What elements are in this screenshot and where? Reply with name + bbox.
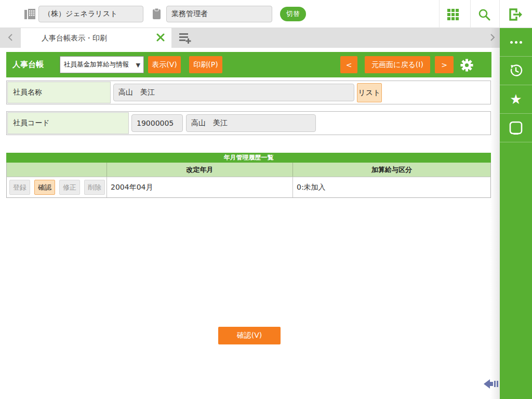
divider xyxy=(499,0,500,28)
revision-month-value: 2004年04月 xyxy=(107,183,153,192)
column-pay-category: 加算給与区分 xyxy=(293,163,490,177)
tab-close-icon[interactable] xyxy=(156,33,165,43)
employee-code-row: 社員コード xyxy=(6,111,491,135)
divider xyxy=(439,0,440,28)
print-button[interactable]: 印刷(P) xyxy=(189,56,222,73)
ellipsis-dots xyxy=(510,41,522,44)
modify-button[interactable]: 修正 xyxy=(59,180,80,195)
pay-category-cell: 0:未加入 xyxy=(293,177,490,197)
company-icon xyxy=(24,9,35,21)
employee-code-label: 社員コード xyxy=(7,112,129,134)
content-edge-shadow xyxy=(490,28,500,399)
prev-record-button[interactable]: < xyxy=(340,56,357,73)
revision-month-cell: 2004年04月 xyxy=(107,177,293,197)
page-title: 人事台帳 xyxy=(12,52,44,77)
column-revision-month: 改定年月 xyxy=(107,163,293,177)
pay-category-value: 0:未加入 xyxy=(293,183,326,192)
table-row: 登録 確認 修正 削除 2004年04月 0:未加入 xyxy=(6,177,491,198)
employee-name-label: 社員名称 xyxy=(7,82,111,103)
employee-code-input[interactable] xyxy=(131,114,183,132)
chevron-down-icon: ▼ xyxy=(136,62,140,69)
star-glyph: ★ xyxy=(510,92,522,106)
collapse-panel-icon[interactable] xyxy=(484,378,499,391)
top-bar: 切替 xyxy=(0,0,532,28)
table-header-row: 改定年月 加算給与区分 xyxy=(6,163,491,177)
company-input[interactable] xyxy=(38,6,143,22)
register-button[interactable]: 登録 xyxy=(9,180,30,195)
role-icon xyxy=(152,8,161,21)
gear-icon[interactable] xyxy=(459,58,474,72)
tab-active[interactable]: 人事台帳表示・印刷 xyxy=(21,28,171,48)
add-tab-icon[interactable] xyxy=(179,32,192,45)
delete-button[interactable]: 削除 xyxy=(84,180,105,195)
back-to-screen-button[interactable]: 元画面に戻る(I) xyxy=(365,56,430,73)
history-icon[interactable] xyxy=(500,57,532,85)
history-table: 年月管理履歴一覧 改定年月 加算給与区分 登録 確認 修正 削除 2004年04… xyxy=(6,153,491,198)
employee-code-name-input[interactable] xyxy=(186,114,316,132)
tray-icon[interactable] xyxy=(500,114,532,142)
role-input[interactable] xyxy=(166,6,272,22)
apps-grid-icon[interactable] xyxy=(446,8,460,21)
tab-bar: 人事台帳表示・印刷 xyxy=(0,28,500,48)
info-type-value: 社員基金加算給与情報 xyxy=(64,60,129,69)
table-title: 年月管理履歴一覧 xyxy=(6,153,491,163)
next-record-button[interactable]: > xyxy=(435,56,454,73)
show-button[interactable]: 表示(V) xyxy=(148,56,181,73)
ledger-toolbar: 人事台帳 社員基金加算給与情報 ▼ 表示(V) 印刷(P) < 元画面に戻る(I… xyxy=(6,52,491,77)
confirm-button[interactable]: 確認(V) xyxy=(218,327,281,344)
employee-name-input[interactable] xyxy=(113,84,354,101)
search-icon[interactable] xyxy=(477,8,491,21)
switch-button[interactable]: 切替 xyxy=(280,7,306,21)
favorites-star-icon[interactable]: ★ xyxy=(500,85,532,114)
tab-label: 人事台帳表示・印刷 xyxy=(42,28,107,48)
more-icon[interactable] xyxy=(500,28,532,57)
logout-icon[interactable] xyxy=(509,8,523,21)
confirm-row-button[interactable]: 確認 xyxy=(34,180,55,195)
tab-scroll-left-icon[interactable] xyxy=(6,33,16,43)
info-type-dropdown[interactable]: 社員基金加算給与情報 ▼ xyxy=(60,56,144,73)
divider xyxy=(470,0,471,28)
list-button[interactable]: リスト xyxy=(357,83,382,102)
tab-scroll-right-icon[interactable] xyxy=(487,33,497,43)
employee-name-row: 社員名称 リスト xyxy=(6,81,491,104)
row-actions-cell: 登録 確認 修正 削除 xyxy=(7,177,107,197)
column-actions xyxy=(7,163,107,177)
right-sidebar: ★ xyxy=(500,28,532,399)
